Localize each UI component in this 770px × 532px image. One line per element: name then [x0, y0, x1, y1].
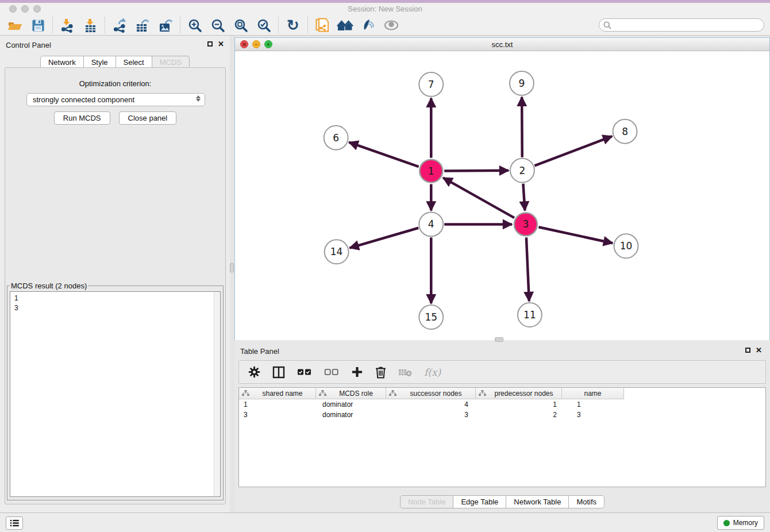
apply-layout-button[interactable]: ↻ [282, 16, 305, 34]
graph-node-7[interactable]: 7 [419, 72, 443, 97]
node-table[interactable]: shared name MCDS role successor nodes pr… [238, 387, 766, 487]
add-row-icon[interactable] [351, 366, 363, 378]
save-session-button[interactable] [26, 16, 49, 34]
edge-2-3[interactable] [523, 184, 525, 211]
memory-button[interactable]: Memory [717, 516, 764, 530]
edge-1-6[interactable] [349, 142, 418, 167]
column-header-shared-name[interactable]: shared name [239, 388, 316, 399]
horizontal-splitter-handle[interactable] [495, 337, 503, 342]
save-icon [32, 19, 45, 32]
svg-text:14: 14 [330, 246, 343, 257]
network-canvas[interactable]: 7968124314101511 [235, 51, 769, 340]
column-header-mcds-role[interactable]: MCDS role [316, 388, 386, 399]
cell-shared-name[interactable]: 3 [239, 411, 316, 420]
edge-3-10[interactable] [538, 227, 613, 243]
global-search[interactable] [599, 18, 764, 32]
mcds-result-line: 1 [14, 294, 220, 303]
export-network-icon [113, 18, 127, 33]
graph-node-1[interactable]: 1 [419, 160, 442, 183]
columns-icon[interactable] [272, 366, 285, 379]
cell-successor-nodes[interactable]: 4 [386, 400, 476, 410]
gear-icon[interactable] [248, 366, 260, 378]
table-row[interactable]: 1 dominator 4 1 1 [239, 400, 765, 410]
cell-mcds-role[interactable]: dominator [316, 400, 386, 410]
titlebar: Session: New Session [0, 3, 770, 16]
close-panel-button[interactable]: Close panel [119, 111, 177, 125]
close-panel-icon[interactable]: ✕ [756, 347, 762, 353]
graphics-details-button[interactable] [357, 16, 380, 34]
graph-node-2[interactable]: 2 [510, 159, 534, 183]
edge-4-14[interactable] [350, 228, 419, 248]
toolbar-separator [52, 17, 53, 33]
graph-node-6[interactable]: 6 [324, 126, 348, 150]
deselect-all-icon[interactable] [324, 368, 339, 376]
table-row[interactable]: 3 dominator 3 2 3 [239, 411, 765, 420]
select-all-icon[interactable] [297, 368, 312, 376]
graph-node-15[interactable]: 15 [419, 305, 443, 329]
edge-2-8[interactable] [534, 136, 612, 165]
graph-node-10[interactable]: 10 [614, 234, 638, 258]
edge-3-11[interactable] [526, 237, 529, 301]
delete-table-icon[interactable] [398, 368, 412, 377]
export-network-button[interactable] [108, 16, 131, 34]
zoom-fit-button[interactable] [229, 16, 252, 34]
list-icon [10, 519, 20, 527]
clone-network-button[interactable] [311, 16, 334, 34]
zoom-in-button[interactable] [183, 16, 206, 34]
criterion-dropdown[interactable]: strongly connected component [26, 93, 205, 106]
application-window: Session: New Session [0, 0, 770, 532]
svg-text:9: 9 [519, 78, 525, 89]
graph-node-14[interactable]: 14 [325, 240, 349, 264]
import-network-button[interactable] [56, 16, 79, 34]
vertical-splitter[interactable] [230, 36, 234, 512]
cell-predecessor-nodes[interactable]: 1 [476, 400, 562, 410]
function-builder-icon[interactable]: f(x) [424, 367, 441, 378]
svg-text:1: 1 [428, 165, 434, 177]
export-table-button[interactable] [131, 16, 154, 34]
splitter-handle[interactable] [230, 263, 234, 272]
cell-successor-nodes[interactable]: 3 [386, 411, 476, 420]
network-graph[interactable]: 7968124314101511 [235, 51, 769, 340]
column-header-predecessor-nodes[interactable]: predecessor nodes [476, 388, 562, 399]
float-panel-icon[interactable] [207, 41, 213, 47]
column-header-name[interactable]: name [562, 388, 624, 399]
graph-node-11[interactable]: 11 [518, 303, 542, 327]
hide-eye-button[interactable] [380, 16, 403, 34]
close-panel-icon[interactable]: ✕ [218, 41, 224, 47]
graph-node-9[interactable]: 9 [510, 71, 534, 95]
tab-motifs[interactable]: Motifs [569, 495, 605, 508]
cell-mcds-role[interactable]: dominator [316, 411, 386, 420]
zoom-selected-button[interactable] [252, 16, 275, 34]
tab-node-table[interactable]: Node Table [400, 495, 454, 508]
graph-node-8[interactable]: 8 [613, 119, 637, 144]
cell-name[interactable]: 1 [562, 400, 624, 410]
delete-icon[interactable] [375, 366, 386, 379]
first-neighbors-button[interactable] [334, 16, 357, 34]
zoom-out-button[interactable] [206, 16, 229, 34]
tab-edge-table[interactable]: Edge Table [453, 495, 506, 508]
optimization-criterion-label: Optimization criterion: [5, 79, 225, 88]
export-image-button[interactable] [154, 16, 177, 34]
cell-shared-name[interactable]: 1 [239, 400, 316, 410]
edge-2-9[interactable] [522, 97, 522, 157]
graph-node-3[interactable]: 3 [514, 213, 537, 236]
mcds-scrollbar[interactable] [214, 292, 220, 496]
column-header-successor-nodes[interactable]: successor nodes [386, 388, 476, 399]
svg-text:6: 6 [333, 132, 339, 144]
cell-predecessor-nodes[interactable]: 2 [476, 411, 562, 420]
edge-1-2[interactable] [444, 171, 509, 171]
export-image-icon [158, 18, 173, 33]
edge-3-1[interactable] [443, 178, 514, 218]
tab-network-table[interactable]: Network Table [506, 495, 569, 508]
run-mcds-button[interactable]: Run MCDS [54, 111, 110, 125]
network-frame-titlebar[interactable]: ✕ − + scc.txt [235, 38, 769, 51]
float-panel-icon[interactable] [745, 348, 750, 353]
import-table-button[interactable] [79, 16, 102, 34]
org-chart-icon [389, 390, 396, 396]
open-session-button[interactable] [3, 16, 26, 34]
task-history-button[interactable] [6, 516, 23, 530]
search-input[interactable] [614, 21, 752, 29]
graph-node-4[interactable]: 4 [419, 212, 443, 236]
mcds-result-text[interactable]: 1 3 [10, 291, 221, 497]
cell-name[interactable]: 3 [562, 411, 624, 420]
